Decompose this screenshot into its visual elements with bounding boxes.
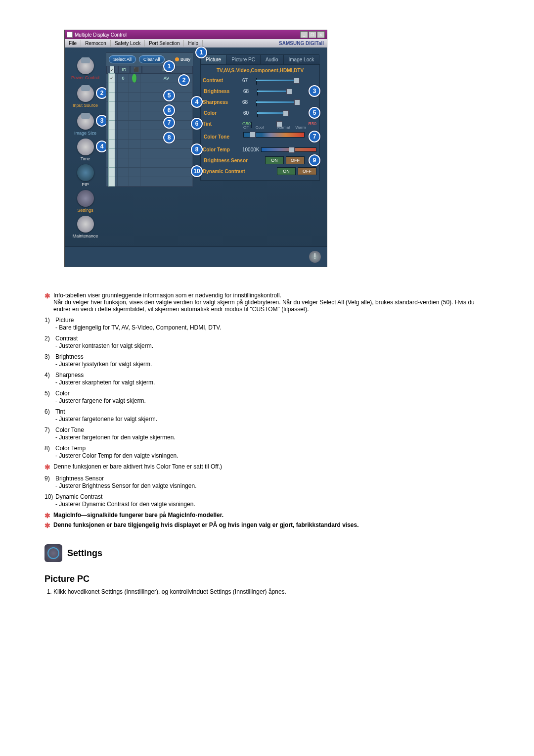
settings-icon [77,190,94,207]
row-checkbox[interactable] [108,92,115,102]
list-item: 5)Color- Justerer fargene for valgt skje… [44,390,490,404]
display-list-panel: Select All Clear All Busy ID ⬛ Input 0AV [106,52,193,187]
maximize-button[interactable]: ▢ [309,31,316,38]
window-title: Multiple Display Control [75,32,127,38]
close-button[interactable]: x [317,31,325,38]
contrast-row: 2Contrast67 [204,75,316,85]
time-icon [77,139,94,155]
brightsensor-on[interactable]: ON [265,156,284,164]
list-body: 0AV [106,74,193,187]
row-checkbox[interactable] [108,101,115,111]
list-item: 9)Brightness Sensor- Justerer Brightness… [44,475,490,489]
list-item: 7)Color Tone- Justerer fargetonen for de… [44,426,490,441]
settings-cube-icon [44,544,62,562]
pip-icon [77,164,94,181]
table-row[interactable] [106,140,193,149]
sidebar-item-settings[interactable]: Settings [65,190,106,213]
table-row[interactable] [106,149,193,158]
settings-panel: 1 Picture Picture PC Audio Image Lock TV… [193,47,327,246]
alert-icon: ! [309,251,321,263]
row-checkbox[interactable] [108,167,115,177]
table-row[interactable] [106,168,193,177]
note-text: MagicInfo—signalkilde fungerer bare på M… [53,512,490,520]
badge-panel-6: 6 [191,118,203,130]
menu-help[interactable]: Help [184,40,203,47]
power-icon [77,57,94,74]
row-checkbox[interactable] [108,148,115,158]
tab-picture-pc[interactable]: Picture PC [226,54,261,64]
brand-label: SAMSUNG DIGITall [275,40,327,47]
list-item: 8)Color Temp- Justerer Color Temp for de… [44,445,490,459]
row-checkbox[interactable] [108,120,115,130]
brightsensor-row: Brightness SensorONOFF9 [204,155,316,165]
row-checkbox[interactable] [108,177,115,187]
status-col-icon: ⬛ [130,66,142,74]
badge-1: 1 [163,60,175,72]
tabstrip: Picture Picture PC Audio Image Lock [200,54,320,64]
badge-panel-8: 8 [191,143,203,155]
row-checkbox[interactable] [108,139,115,149]
tab-image-lock[interactable]: Image Lock [283,54,320,64]
menu-file[interactable]: File [65,40,81,47]
status-bar: ! [65,246,327,267]
badge-panel-5: 5 [309,107,320,119]
table-row[interactable] [106,102,193,111]
list-item: 10)Dynamic Contrast- Justerer Dynamic Co… [44,493,490,508]
table-row[interactable] [106,111,193,121]
table-row[interactable] [106,121,193,130]
dyncontrast-off[interactable]: OFF [298,167,316,175]
table-row[interactable] [106,177,193,187]
star-icon: ✱ [44,512,53,520]
list-item: 3)Brightness- Justerer lysstyrken for va… [44,353,490,368]
menu-safetylock[interactable]: Safety Lock [111,40,145,47]
color-row: Color605 [204,108,316,118]
colortemp-slider[interactable] [261,147,316,152]
minimize-button[interactable]: _ [300,31,308,38]
table-row[interactable] [106,93,193,102]
input-icon [77,85,94,102]
imagesize-icon [77,113,94,130]
table-row[interactable] [106,130,193,140]
menu-remocon[interactable]: Remocon [81,40,111,47]
sidebar-item-power[interactable]: Power Control [65,57,106,80]
dyncontrast-on[interactable]: ON [277,167,296,175]
badge-panel-1: 1 [195,47,207,58]
brightness-slider[interactable] [257,90,305,93]
window-controls: _ ▢ x [300,31,325,38]
sidebar-item-input[interactable]: Input Source 2 [65,85,106,108]
row-checkbox[interactable] [108,83,115,93]
clear-all-button[interactable]: Clear All [139,55,165,63]
contrast-slider[interactable] [256,79,316,82]
sharpness-slider[interactable] [256,100,316,104]
star-icon: ✱ [44,521,53,529]
window-titlebar: Multiple Display Control _ ▢ x [65,30,327,39]
list-item: 2)Contrast- Justerer kontrasten for valg… [44,335,490,349]
colortone-slider[interactable] [243,132,305,138]
select-all-button[interactable]: Select All [109,55,136,63]
badge-8: 8 [163,132,175,143]
brightsensor-off[interactable]: OFF [286,156,305,164]
maintenance-icon [77,216,94,233]
sidebar-item-imagesize[interactable]: Image Size 3 [65,113,106,136]
badge-7: 7 [163,117,175,129]
subheading-picture-pc: Picture PC [44,574,490,584]
sidebar-item-time[interactable]: Time 4 [65,139,106,161]
header-checkbox[interactable] [110,66,115,74]
sidebar-item-maintenance[interactable]: Maintenance [65,216,106,238]
list-item: 4)Sharpness- Justerer skarpheten for val… [44,372,490,386]
menu-portselection[interactable]: Port Selection [145,40,184,47]
badge-panel-7: 7 [309,131,320,142]
row-checkbox[interactable] [108,158,115,168]
app-icon [67,32,73,38]
tab-audio[interactable]: Audio [260,54,284,64]
badge-panel-10: 10 [191,165,203,177]
brightness-row: Brightness683 [204,86,316,96]
row-checkbox[interactable] [108,73,115,83]
sidebar-item-pip[interactable]: PIP [65,164,106,187]
row-checkbox[interactable] [108,130,115,140]
signal-list: TV,AV,S-Video,Component,HDMI,DTV [204,68,316,73]
table-row[interactable] [106,158,193,168]
colortone-row: Color Tone Off Cool Normal Warm 7 [204,130,316,143]
row-checkbox[interactable] [108,111,115,121]
color-slider[interactable] [257,111,305,115]
